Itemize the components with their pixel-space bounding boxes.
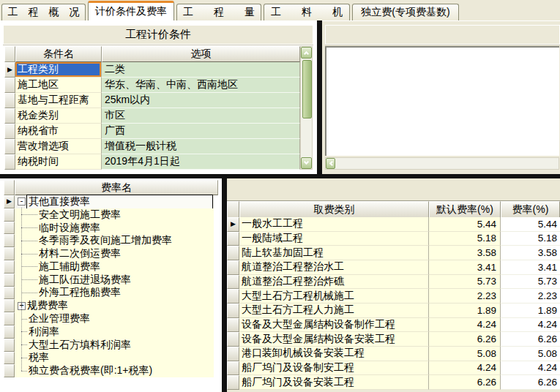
condition-option-cell[interactable]: 广西 [102, 124, 300, 139]
condition-option-cell[interactable]: 市区 [102, 108, 300, 124]
default-rate-cell[interactable]: 3.41 [429, 260, 501, 275]
tree-item[interactable]: -其他直接费率 [15, 195, 214, 208]
rate-cell[interactable]: 4.24 [501, 361, 560, 376]
tree-item[interactable]: 临时设施费率 [15, 222, 214, 235]
row-selector-button[interactable] [4, 154, 15, 170]
row-selector-button[interactable] [4, 352, 15, 365]
condition-option-cell[interactable]: 25km以内 [102, 93, 300, 108]
tab-item-3[interactable]: 工 料 机 [264, 4, 350, 20]
condition-name-cell[interactable]: 税金类别 [15, 108, 102, 124]
fee-category-cell[interactable]: 陆上软基加固工程 [239, 246, 429, 260]
row-selector-button[interactable] [4, 339, 15, 352]
tree-item-label[interactable]: 企业管理费率 [27, 312, 92, 325]
tree-item[interactable]: 安全文明施工费率 [15, 208, 214, 222]
default-rate-cell[interactable]: 4.24 [429, 361, 501, 376]
row-selector-button[interactable] [4, 78, 15, 93]
default-rate-cell[interactable]: 4.24 [429, 318, 501, 333]
tree-item[interactable]: 税率 [15, 352, 214, 365]
row-selector-button[interactable] [4, 247, 15, 260]
row-selector-button[interactable] [227, 318, 239, 333]
tree-item-label[interactable]: 其他直接费率 [26, 195, 213, 209]
condition-option-cell[interactable]: 二类 [102, 62, 300, 78]
row-selector-button[interactable] [227, 332, 239, 347]
condition-name-cell[interactable]: 工程类别 [15, 62, 102, 78]
column-header-option[interactable]: 选项 [102, 46, 300, 62]
row-selector-button[interactable] [227, 232, 239, 246]
row-selector-button[interactable] [4, 208, 15, 222]
rate-cell[interactable]: 6.26 [501, 375, 560, 390]
tree-item[interactable]: +规费费率 [15, 299, 214, 312]
row-selector-button[interactable] [227, 246, 239, 260]
condition-name-cell[interactable]: 纳税时间 [15, 154, 102, 170]
fee-category-cell[interactable]: 大型土石方工程机械施工 [239, 289, 429, 304]
fee-category-cell[interactable]: 航道整治工程整治炸礁 [239, 275, 429, 290]
tree-item-label[interactable]: 外海工程拖船费率 [37, 286, 122, 299]
row-selector-button[interactable] [4, 222, 15, 235]
tree-item-label[interactable]: 安全文明施工费率 [37, 208, 122, 222]
row-selector-button[interactable] [4, 364, 15, 377]
default-rate-cell[interactable]: 5.73 [429, 275, 501, 290]
default-rate-cell[interactable]: 5.18 [429, 232, 501, 246]
expand-icon[interactable]: + [18, 302, 26, 310]
column-header-condition-name[interactable]: 条件名 [15, 46, 102, 62]
row-selector-button[interactable] [227, 275, 239, 290]
fee-category-cell[interactable]: 船厂坞门及设备制安工程 [239, 361, 429, 376]
row-selector-button[interactable] [227, 361, 239, 376]
fee-category-cell[interactable]: 一般水工工程 [239, 217, 429, 232]
vertical-scrollbar[interactable] [300, 46, 313, 170]
condition-option-cell[interactable]: 2019年4月1日起 [102, 154, 300, 170]
tree-item-label[interactable]: 大型土石方填料利润率 [27, 339, 132, 352]
rate-cell[interactable]: 3.58 [501, 246, 560, 260]
scroll-left-button[interactable] [326, 158, 335, 169]
rate-cell[interactable]: 1.89 [501, 304, 560, 318]
tab-pricing-conditions[interactable]: 计价条件及费率 [88, 1, 174, 20]
tree-item-label[interactable]: 临时设施费率 [37, 222, 102, 235]
row-selector-button[interactable]: ▶ [4, 195, 15, 208]
rate-cell[interactable]: 3.41 [501, 260, 560, 275]
rate-cell[interactable]: 5.08 [501, 347, 560, 361]
row-selector-button[interactable] [227, 260, 239, 275]
tab-item-4[interactable]: 独立费(专项费基数) [352, 4, 459, 20]
row-selector-button[interactable] [4, 234, 15, 247]
default-rate-cell[interactable]: 5.08 [429, 347, 501, 361]
default-rate-cell[interactable]: 3.58 [429, 246, 501, 260]
fee-category-cell[interactable]: 大型土石方工程人力施工 [239, 304, 429, 318]
row-selector-button[interactable]: ▶ [227, 217, 239, 232]
scrollbar-thumb[interactable] [302, 60, 312, 118]
column-header-rate-name[interactable]: 费率名 [15, 180, 218, 195]
tab-item-2[interactable]: 工 程 量 [176, 4, 261, 20]
horizontal-scrollbar[interactable] [325, 157, 559, 170]
tree-item-label[interactable]: 规费费率 [26, 299, 70, 312]
row-selector-button[interactable] [4, 93, 15, 108]
tree-item[interactable]: 施工队伍进退场费率 [15, 274, 214, 287]
tree-item-label[interactable]: 税率 [27, 351, 51, 364]
row-selector-button[interactable] [227, 289, 239, 304]
tree-item-label[interactable]: 材料二次倒运费率 [37, 247, 122, 260]
tree-item-label[interactable]: 施工队伍进退场费率 [37, 274, 132, 287]
row-selector-button[interactable] [4, 108, 15, 124]
fee-category-cell[interactable]: 航道整治工程整治水工 [239, 260, 429, 275]
rate-cell[interactable]: 2.23 [501, 289, 560, 304]
vertical-splitter-top[interactable] [317, 20, 322, 174]
tab-item-0[interactable]: 工 程 概 况 [1, 4, 86, 20]
condition-option-cell[interactable]: 华东、华南、中南、西南地区 [102, 78, 300, 93]
default-rate-cell[interactable]: 6.26 [429, 375, 501, 390]
row-selector-button[interactable] [4, 274, 15, 287]
column-header-fee-category[interactable]: 取费类别 [239, 201, 429, 218]
tree-item[interactable]: 大型土石方填料利润率 [15, 339, 214, 352]
row-selector-button[interactable] [4, 299, 15, 312]
default-rate-cell[interactable]: 2.23 [429, 289, 501, 304]
tree-item-label[interactable]: 独立费含税费率(即:1+税率) [27, 364, 154, 377]
row-selector-button[interactable] [4, 124, 15, 139]
rate-cell[interactable]: 5.44 [501, 217, 560, 232]
tree-item[interactable]: 利润率 [15, 325, 214, 339]
fee-category-cell[interactable]: 港口装卸机械设备安装工程 [239, 347, 429, 361]
row-selector-button[interactable] [227, 375, 239, 390]
tree-item[interactable]: 外海工程拖船费率 [15, 287, 214, 300]
rate-cell[interactable]: 4.24 [501, 318, 560, 333]
detail-panel-content[interactable] [325, 46, 559, 156]
tree-item[interactable]: 企业管理费率 [15, 312, 214, 325]
row-selector-button[interactable] [4, 312, 15, 325]
condition-name-cell[interactable]: 基地与工程距离 [15, 93, 102, 108]
column-header-default-rate[interactable]: 默认费率(%) [429, 201, 501, 218]
